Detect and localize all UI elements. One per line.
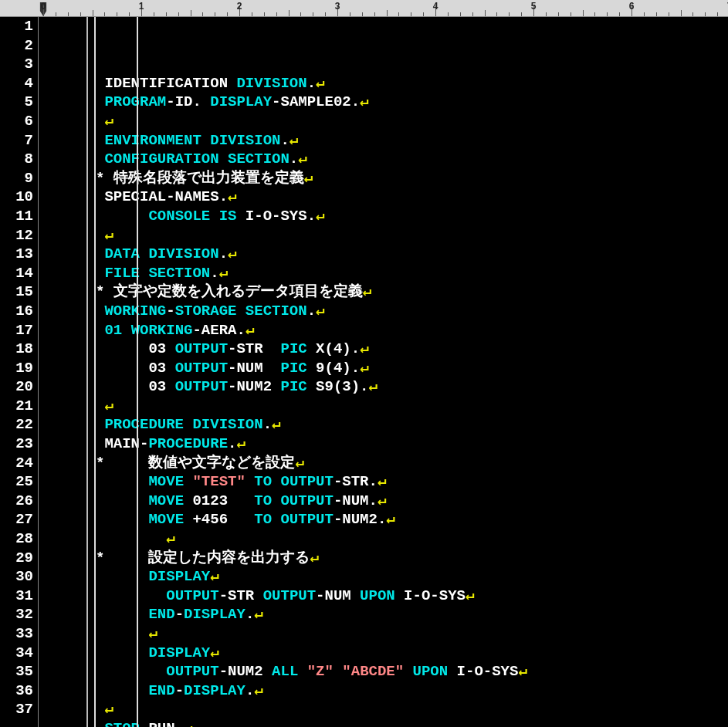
newline-icon: ↵ (386, 511, 394, 528)
ruler-tick (104, 12, 105, 16)
line-number: 5 (0, 93, 33, 112)
newline-icon: ↵ (104, 113, 113, 130)
code-token: -NUM (228, 360, 280, 377)
code-line[interactable]: * 特殊名段落で出力装置を定義↵ (96, 169, 728, 188)
code-line[interactable]: CONFIGURATION SECTION.↵ (96, 150, 728, 169)
code-token: . (245, 606, 254, 623)
code-line[interactable]: PROCEDURE DIVISION.↵ (96, 415, 728, 435)
ruler-tick (619, 12, 620, 16)
code-token: MOVE (148, 511, 184, 528)
ruler-marks: 01234567 (43, 0, 728, 16)
ruler-number: 6 (629, 1, 635, 12)
ruler-tick (656, 12, 657, 16)
code-line[interactable]: IDENTIFICATION DIVISION.↵ (96, 74, 728, 93)
code-token: WORKING (131, 322, 193, 339)
code-token: "Z" (307, 663, 334, 680)
code-line[interactable]: ↵ (96, 529, 728, 549)
code-line[interactable]: SPECIAL-NAMES.↵ (96, 188, 728, 207)
line-number: 11 (0, 207, 33, 226)
ruler-tick (460, 12, 461, 16)
code-line[interactable]: PROGRAM-ID. DISPLAY-SAMPLE02.↵ (96, 93, 728, 112)
code-line[interactable]: ↵ (96, 624, 728, 644)
code-line[interactable]: MAIN-PROCEDURE.↵ (96, 435, 728, 454)
newline-icon: ↵ (272, 416, 280, 433)
newline-icon: ↵ (219, 265, 228, 282)
line-number: 33 (0, 624, 33, 644)
code-line[interactable]: OUTPUT-STR OUTPUT-NUM UPON I-O-SYS↵ (96, 587, 728, 606)
code-line[interactable]: FILE SECTION.↵ (96, 264, 728, 283)
ruler-tick (276, 12, 277, 16)
code-line[interactable]: MOVE "TEST" TO OUTPUT-STR.↵ (96, 472, 728, 492)
line-number: 12 (0, 226, 33, 245)
code-token: END (148, 606, 174, 623)
line-number: 32 (0, 605, 33, 624)
code-token: 03 (148, 340, 166, 357)
ruler-tick (362, 12, 363, 16)
code-token: 03 (148, 378, 166, 395)
newline-icon: ↵ (210, 644, 218, 661)
newline-icon: ↵ (104, 227, 113, 244)
code-line[interactable]: STOP RUN.↵ (96, 719, 728, 727)
code-token: 03 (148, 360, 166, 377)
code-token: OUTPUT (175, 378, 228, 395)
ruler-tick (681, 10, 682, 16)
ruler-tick (300, 12, 301, 16)
ruler-tick (644, 12, 645, 16)
indent (96, 397, 104, 414)
code-line[interactable]: WORKING-STORAGE SECTION.↵ (96, 302, 728, 321)
line-number: 18 (0, 340, 33, 359)
code-token: DATA DIVISION (104, 245, 218, 262)
newline-icon: ↵ (295, 455, 303, 472)
code-token: -NUM2. (334, 511, 386, 528)
code-line[interactable]: MOVE 0123 TO OUTPUT-NUM.↵ (96, 492, 728, 511)
indent (96, 75, 104, 92)
code-line[interactable]: ↵ (96, 700, 728, 719)
indent (96, 378, 148, 395)
newline-icon: ↵ (148, 625, 157, 642)
newline-icon: ↵ (104, 701, 113, 718)
code-line[interactable]: * 設定した内容を出力する↵ (96, 549, 728, 568)
code-line[interactable]: ↵ (96, 397, 728, 416)
code-token: 9(4). (307, 360, 360, 377)
code-line[interactable]: ENVIRONMENT DIVISION.↵ (96, 131, 728, 150)
line-number: 2 (0, 36, 33, 56)
code-line[interactable]: ↵ (96, 226, 728, 245)
line-number: 23 (0, 435, 33, 454)
code-token: TO (254, 492, 272, 509)
line-number: 19 (0, 359, 33, 378)
code-token (122, 322, 130, 339)
code-line[interactable]: END-DISPLAY.↵ (96, 605, 728, 624)
ruler[interactable]: 01234567 (0, 0, 728, 17)
newline-icon: ↵ (228, 245, 236, 262)
line-number: 10 (0, 188, 33, 207)
ruler-tick (583, 10, 584, 16)
code-line[interactable]: 03 OUTPUT-NUM PIC 9(4).↵ (96, 359, 728, 378)
line-number: 27 (0, 510, 33, 529)
code-line[interactable]: END-DISPLAY.↵ (96, 681, 728, 701)
code-area[interactable]: IDENTIFICATION DIVISION.↵ PROGRAM-ID. DI… (96, 17, 728, 727)
line-number: 31 (0, 587, 33, 606)
code-line[interactable]: OUTPUT-NUM2 ALL "Z" "ABCDE" UPON I-O-SYS… (96, 662, 728, 681)
ruler-tick (350, 12, 350, 16)
ruler-number: 4 (433, 1, 438, 12)
code-line[interactable]: DISPLAY↵ (96, 644, 728, 663)
newline-icon: ↵ (363, 283, 371, 300)
code-line[interactable]: 03 OUTPUT-STR PIC X(4).↵ (96, 340, 728, 359)
code-line[interactable]: DATA DIVISION.↵ (96, 245, 728, 264)
code-line[interactable]: 01 WORKING-AERA.↵ (96, 321, 728, 340)
code-token: -STR (219, 587, 263, 604)
newline-icon: ↵ (210, 568, 218, 585)
code-line[interactable]: 03 OUTPUT-NUM2 PIC S9(3).↵ (96, 377, 728, 397)
code-line[interactable]: DISPLAY↵ (96, 567, 728, 587)
line-number: 6 (0, 112, 33, 131)
newline-icon: ↵ (166, 530, 174, 547)
code-token: CONFIGURATION SECTION (104, 150, 289, 167)
line-number: 29 (0, 549, 33, 568)
code-line[interactable]: CONSOLE IS I-O-SYS.↵ (96, 207, 728, 226)
line-number: 1 (0, 17, 33, 36)
code-line[interactable]: MOVE +456 TO OUTPUT-NUM2.↵ (96, 510, 728, 529)
ruler-tick (558, 12, 559, 16)
code-line[interactable]: ↵ (96, 112, 728, 131)
code-line[interactable]: * 文字や定数を入れるデータ項目を定義↵ (96, 282, 728, 302)
code-line[interactable]: * 数値や文字などを設定↵ (96, 454, 728, 473)
